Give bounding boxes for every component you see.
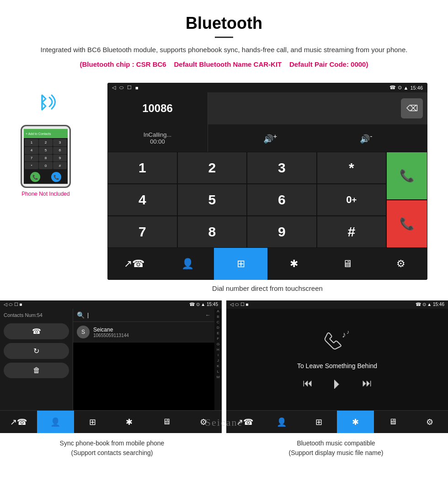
key-star[interactable]: * xyxy=(317,152,387,184)
key-6[interactable]: 6 xyxy=(247,184,317,216)
letter-k[interactable]: K xyxy=(214,364,222,369)
letter-h[interactable]: H xyxy=(214,347,222,353)
ms-artwork-icon: ♪ ♪ xyxy=(321,328,353,356)
search-icon: 🔍 xyxy=(77,311,85,319)
ms-nav-keypad[interactable]: ⊞ xyxy=(300,411,337,433)
pb-status-bar: ◁ ⬭ ☐ ■ ☎ ⊙ ▲ 15:45 xyxy=(0,300,222,309)
pb-nav-keypad[interactable]: ⊞ xyxy=(74,411,111,433)
contact-avatar: S xyxy=(77,326,90,338)
dial-calling-row: InCalling... 00:00 🔊+ 🔊- xyxy=(107,124,427,152)
pb-nav-call[interactable]: ↗☎ xyxy=(0,411,37,433)
pb-nav-settings[interactable]: ⚙ xyxy=(185,411,222,433)
key-0plus[interactable]: 0+ xyxy=(317,184,387,216)
key-1[interactable]: 1 xyxy=(107,152,177,184)
calling-info: InCalling... 00:00 xyxy=(107,124,208,152)
music-screen: ◁ ⬭ ☐ ■ ☎ ⊙ ▲ 15:46 ♪ ♪ xyxy=(226,300,448,433)
call-button[interactable]: 📞 xyxy=(386,152,427,200)
pb-sync-btn[interactable]: ↻ xyxy=(4,343,69,359)
pb-nav-bar: ↗☎ 👤 ⊞ ✱ 🖥 ⚙ xyxy=(0,410,222,433)
key-7[interactable]: 7 xyxy=(107,216,177,248)
letter-j[interactable]: J xyxy=(214,358,222,364)
main-section: + Add to Contacts 1 2 3 4 5 6 7 8 9 * 0 … xyxy=(0,75,448,300)
phone-mock: + Add to Contacts 1 2 3 4 5 6 7 8 9 * 0 … xyxy=(9,88,82,197)
ms-status-bar: ◁ ⬭ ☐ ■ ☎ ⊙ ▲ 15:46 xyxy=(226,300,448,309)
pb-empty-area xyxy=(73,343,214,410)
phonebook-caption: Sync phone-book from mobile phone(Suppor… xyxy=(0,439,224,458)
recents-icon: ☐ xyxy=(127,85,132,91)
bottom-captions: Sync phone-book from mobile phone(Suppor… xyxy=(0,439,448,458)
end-button[interactable]: 📞 xyxy=(386,200,427,248)
pb-body: Contacts Num:54 ☎ ↻ 🗑 🔍 | ← S Sei xyxy=(0,309,222,410)
ms-nav-settings[interactable]: ⚙ xyxy=(411,411,448,433)
letter-c[interactable]: C xyxy=(214,320,222,325)
phone-end-btn[interactable]: 📞 xyxy=(51,172,61,182)
pb-right-panel: 🔍 | ← S Seicane 10655059113144 xyxy=(73,309,214,410)
ms-back-icon: ◁ xyxy=(230,302,234,307)
contact-item[interactable]: S Seicane 10655059113144 xyxy=(73,322,214,343)
dial-input-area: ⌫ xyxy=(208,92,427,124)
letter-f[interactable]: F xyxy=(214,336,222,342)
key-5[interactable]: 5 xyxy=(177,184,247,216)
phone-not-included-label: Phone Not Included xyxy=(21,191,69,197)
letter-a[interactable]: A xyxy=(214,309,222,314)
nav-bluetooth[interactable]: ✱ xyxy=(267,248,321,280)
wifi-icon: ▲ xyxy=(404,85,409,91)
pb-nav-bluetooth[interactable]: ✱ xyxy=(111,411,148,433)
letter-d[interactable]: D xyxy=(214,325,222,331)
pb-search-bar: 🔍 | ← xyxy=(73,309,214,322)
nav-screen[interactable]: 🖥 xyxy=(321,248,374,280)
contact-number: 10655059113144 xyxy=(93,333,129,338)
key-hash[interactable]: # xyxy=(317,216,387,248)
letter-l[interactable]: L xyxy=(214,369,222,375)
key-9[interactable]: 9 xyxy=(247,216,317,248)
phone-screen-topbar: + Add to Contacts xyxy=(24,129,68,138)
keypad-row-3: 7 8 9 # xyxy=(107,216,386,248)
play-button[interactable]: ⏵ xyxy=(331,376,344,391)
pb-nav-contacts[interactable]: 👤 xyxy=(37,411,74,433)
key-2[interactable]: 2 xyxy=(177,152,247,184)
letter-i[interactable]: I xyxy=(214,353,222,358)
nav-transfer-call[interactable]: ↗☎ xyxy=(107,248,161,280)
page-header: Bluetooth Integrated with BC6 Bluetooth … xyxy=(0,0,448,75)
ms-nav-call[interactable]: ↗☎ xyxy=(226,411,263,433)
nav-contact[interactable]: 👤 xyxy=(161,248,214,280)
key-3[interactable]: 3 xyxy=(247,152,317,184)
key-8[interactable]: 8 xyxy=(177,216,247,248)
pb-delete-btn[interactable]: 🗑 xyxy=(4,363,69,378)
letter-g[interactable]: G xyxy=(214,342,222,347)
pb-nav-screen[interactable]: 🖥 xyxy=(148,411,185,433)
ms-nav-bluetooth[interactable]: ✱ xyxy=(337,411,374,433)
pb-call-btn[interactable]: ☎ xyxy=(4,323,69,339)
prev-button[interactable]: ⏮ xyxy=(303,377,313,389)
nav-keypad[interactable]: ⊞ xyxy=(214,248,267,280)
spec-code: Default Pair Code: 0000) xyxy=(289,60,368,68)
next-button[interactable]: ⏭ xyxy=(362,377,372,389)
dial-screen: ◁ ⬭ ☐ ■ ☎ ⊙ ▲ 15:46 10086 ⌫ xyxy=(107,83,427,280)
key-4[interactable]: 4 xyxy=(107,184,177,216)
svg-text:♪: ♪ xyxy=(347,329,349,335)
backspace-button[interactable]: ⌫ xyxy=(401,98,423,118)
nav-settings[interactable]: ⚙ xyxy=(374,248,427,280)
ms-home-icon: ⬭ xyxy=(235,302,239,307)
volume-up-icon[interactable]: 🔊+ xyxy=(263,132,277,144)
letter-b[interactable]: B xyxy=(214,314,222,320)
volume-controls: 🔊+ 🔊- xyxy=(208,124,427,152)
ms-recents-icon: ☐ xyxy=(240,302,245,307)
search-input[interactable]: | xyxy=(87,312,203,318)
contact-name: Seicane xyxy=(93,327,129,333)
volume-down-icon[interactable]: 🔊- xyxy=(360,132,372,144)
header-description: Integrated with BC6 Bluetooth module, su… xyxy=(27,44,421,55)
location-icon: ⊙ xyxy=(398,85,402,91)
screenshot-icon: ■ xyxy=(135,85,139,91)
letter-e[interactable]: E xyxy=(214,331,222,336)
search-backspace-icon[interactable]: ← xyxy=(205,312,211,318)
ms-nav-screen[interactable]: 🖥 xyxy=(374,411,411,433)
ms-status-left: ◁ ⬭ ☐ ■ xyxy=(230,302,248,307)
contact-info: Seicane 10655059113144 xyxy=(93,327,129,338)
letter-m[interactable]: M xyxy=(214,375,222,380)
dial-caption: Dial number direct from touchscreen xyxy=(87,284,448,292)
bluetooth-wave-icon xyxy=(32,88,59,121)
ms-art-area: ♪ ♪ xyxy=(321,328,353,356)
ms-nav-contacts[interactable]: 👤 xyxy=(263,411,300,433)
phone-call-btn[interactable]: 📞 xyxy=(30,172,40,182)
